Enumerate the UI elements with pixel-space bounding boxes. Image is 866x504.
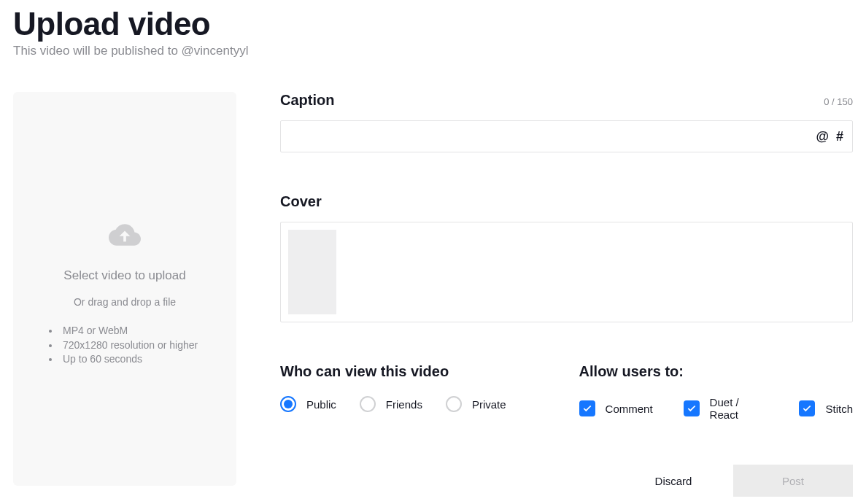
caption-input[interactable]	[290, 121, 816, 152]
radio-label: Public	[306, 398, 336, 411]
upload-req-item: 720x1280 resolution or higher	[49, 338, 205, 353]
upload-title: Select video to upload	[63, 268, 185, 283]
view-permission-label: Who can view this video	[280, 363, 506, 380]
cloud-upload-icon	[109, 219, 141, 254]
checkbox-stitch[interactable]: Stitch	[799, 396, 853, 421]
upload-drag-text: Or drag and drop a file	[74, 296, 176, 308]
caption-char-count: 0 / 150	[824, 96, 853, 107]
upload-requirements: MP4 or WebM 720x1280 resolution or highe…	[45, 324, 205, 367]
checkbox-label: Stitch	[825, 403, 853, 415]
mention-icon[interactable]: @	[816, 129, 829, 144]
page-title: Upload video	[13, 6, 853, 42]
upload-dropzone[interactable]: Select video to upload Or drag and drop …	[13, 92, 236, 486]
radio-public[interactable]: Public	[280, 396, 336, 412]
page-subtitle: This video will be published to @vincent…	[13, 44, 853, 58]
radio-icon	[446, 396, 462, 412]
caption-field-wrapper: @ #	[280, 120, 853, 152]
cover-label: Cover	[280, 193, 853, 210]
post-button[interactable]: Post	[733, 465, 853, 497]
cover-thumbnail-placeholder	[288, 230, 336, 314]
checkbox-icon	[579, 400, 595, 416]
radio-label: Private	[472, 398, 506, 411]
checkbox-comment[interactable]: Comment	[579, 396, 653, 421]
radio-icon	[280, 396, 296, 412]
radio-friends[interactable]: Friends	[360, 396, 422, 412]
radio-label: Friends	[386, 398, 422, 411]
checkbox-label: Duet / React	[710, 396, 769, 421]
checkbox-label: Comment	[606, 403, 653, 415]
checkbox-icon	[684, 400, 700, 416]
radio-icon	[360, 396, 376, 412]
allow-users-label: Allow users to:	[579, 363, 853, 380]
checkbox-icon	[799, 400, 815, 416]
upload-req-item: MP4 or WebM	[49, 324, 205, 338]
hashtag-icon[interactable]: #	[836, 129, 843, 144]
radio-private[interactable]: Private	[446, 396, 506, 412]
discard-button[interactable]: Discard	[614, 465, 733, 497]
caption-label: Caption	[280, 92, 334, 109]
cover-selector[interactable]	[280, 222, 853, 322]
checkbox-duet-react[interactable]: Duet / React	[684, 396, 769, 421]
upload-req-item: Up to 60 seconds	[49, 352, 205, 367]
